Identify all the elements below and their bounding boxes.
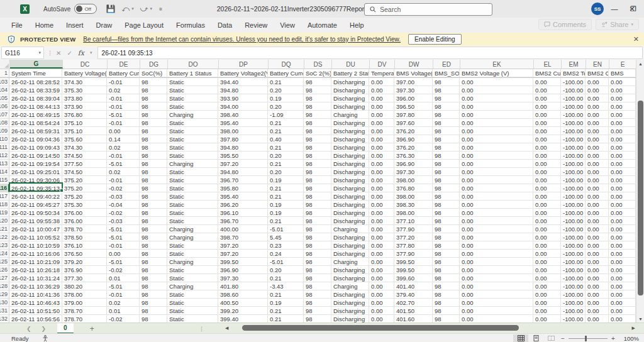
cell-DG128[interactable]: 98 [140,282,167,290]
cell-EK124[interactable]: 0.00 [460,250,533,258]
cell-EL114[interactable]: 0.00 [533,168,561,176]
cell-DQ108[interactable]: 0.21 [268,119,304,127]
cell-G115[interactable]: 26-02-11 09:30:06 [9,176,62,184]
zoom-slider[interactable] [569,338,608,339]
row-header-108[interactable]: 108 [0,119,9,127]
cell-DS112[interactable]: 98 [304,152,331,160]
cancel-entry-icon[interactable]: ✕ [56,50,61,57]
cell-DV128[interactable]: 0.00 [369,282,394,290]
zoom-out-icon[interactable]: − [558,335,567,342]
cell-DG120[interactable]: 98 [140,217,167,225]
header-cell-DO[interactable]: Battery 1 Status [167,69,218,77]
cell-DO107[interactable]: Charging [167,111,218,119]
column-header-E[interactable]: E [609,60,636,69]
cell-DW114[interactable]: 397.30 [394,168,433,176]
cell-ED113[interactable]: 98 [433,160,460,168]
cell-EL122[interactable]: 0.00 [533,233,561,241]
cell-DC103[interactable]: 374.30 [62,78,107,86]
cell-EL115[interactable]: 0.00 [533,176,561,184]
cell-DC128[interactable]: 380.20 [62,282,107,290]
row-header-131[interactable]: 131 [0,307,9,315]
cell-EN128[interactable]: 0.00 [586,282,609,290]
cell-EL131[interactable]: 0.00 [533,307,561,315]
cell-DG123[interactable]: 98 [140,241,167,250]
cell-ED103[interactable]: 98 [433,78,460,86]
cell-DE109[interactable]: 0.00 [107,127,140,135]
cell-DS123[interactable]: 98 [304,241,331,250]
cell-EM118[interactable]: -100.00 [561,201,586,209]
cell-DS122[interactable]: 98 [304,233,331,241]
cell-DV112[interactable]: 0.00 [369,152,394,160]
cell-DS132[interactable]: 98 [304,315,331,323]
cell-DW119[interactable]: 398.00 [394,209,433,217]
cell-DC109[interactable]: 375.10 [62,127,107,135]
cell-DE105[interactable]: -0.01 [107,94,140,102]
cell-G104[interactable]: 26-02-11 08:33:59 [9,86,62,94]
page-layout-view-button[interactable] [528,334,543,342]
cell-EL128[interactable]: 0.00 [533,282,561,290]
column-header-DU[interactable]: DU [332,60,370,69]
cell-DE106[interactable]: -0.01 [107,102,140,111]
cell-DG105[interactable]: 98 [140,94,167,102]
cell-DV117[interactable]: 0.00 [369,192,394,201]
cell-DC117[interactable]: 375.20 [62,192,107,201]
cell-DG114[interactable]: 98 [140,168,167,176]
cell-DO110[interactable]: Static [167,135,218,143]
name-box-chevron-icon[interactable]: ▾ [38,50,41,55]
cell-DP130[interactable]: 400.50 [218,299,268,307]
cell-ED131[interactable]: 98 [433,307,460,315]
row-header-126[interactable]: 126 [0,266,9,274]
cell-DQ106[interactable]: 0.20 [268,102,304,111]
cell-DO125[interactable]: Charging [167,258,218,266]
cell-DQ114[interactable]: 0.20 [268,168,304,176]
cell-DQ121[interactable]: -5.01 [268,225,304,233]
cell-DC127[interactable]: 377.30 [62,274,107,282]
cell-DO124[interactable]: Static [167,250,218,258]
cell-EK126[interactable]: 0.00 [460,266,533,274]
cell-G129[interactable]: 26-02-11 10:41:36 [9,290,62,299]
cell-DP128[interactable]: 401.80 [218,282,268,290]
cell-EN125[interactable]: 0.00 [586,258,609,266]
column-header-DV[interactable]: DV [370,60,395,69]
cell-EM104[interactable]: -100.00 [561,86,586,94]
cell-EK106[interactable]: 0.00 [460,102,533,111]
cell-DO105[interactable]: Static [167,94,218,102]
cell-DP107[interactable]: 398.40 [218,111,268,119]
cell-DE116[interactable]: -0.02 [107,184,140,192]
cell-DO104[interactable]: Static [167,86,218,94]
cell-E111[interactable]: 0.00 [609,143,636,152]
cell-DV116[interactable]: 0.00 [369,184,394,192]
header-cell-ED[interactable]: BMS_SOC( [433,69,460,77]
cell-EK117[interactable]: 0.00 [460,192,533,201]
cell-ED115[interactable]: 98 [433,176,460,184]
cell-EM109[interactable]: -100.00 [561,127,586,135]
cell-DP116[interactable]: 395.80 [218,184,268,192]
cell-ED109[interactable]: 98 [433,127,460,135]
ribbon-tab-data[interactable]: Data [211,18,238,33]
row-header-1[interactable]: 1 [0,69,9,77]
cell-DP127[interactable]: 397.30 [218,274,268,282]
cell-EM132[interactable]: -100.00 [561,315,586,323]
row-header-119[interactable]: 119 [0,209,9,217]
cell-DQ116[interactable]: 0.21 [268,184,304,192]
cell-DO122[interactable]: Charging [167,233,218,241]
cell-DV115[interactable]: 0.00 [369,176,394,184]
column-header-DG[interactable]: DG [140,60,168,69]
cell-ED104[interactable]: 98 [433,86,460,94]
cell-ED120[interactable]: 98 [433,217,460,225]
cell-E128[interactable]: 0.00 [609,282,636,290]
cell-DS104[interactable]: 98 [304,86,331,94]
cell-G113[interactable]: 26-02-11 09:19:54 [9,160,62,168]
cell-EM130[interactable]: -100.00 [561,299,586,307]
cell-DO117[interactable]: Static [167,192,218,201]
cell-DP125[interactable]: 399.50 [218,258,268,266]
cell-DC112[interactable]: 374.50 [62,152,107,160]
row-header-107[interactable]: 107 [0,111,9,119]
cell-DC124[interactable]: 376.50 [62,250,107,258]
row-header-130[interactable]: 130 [0,299,9,307]
cell-EN119[interactable]: 0.00 [586,209,609,217]
cell-DU106[interactable]: Discharging [331,102,369,111]
header-cell-EK[interactable]: BMS2 Voltage (V) [460,69,533,77]
cell-DP110[interactable]: 397.80 [218,135,268,143]
cell-DW112[interactable]: 376.30 [394,152,433,160]
